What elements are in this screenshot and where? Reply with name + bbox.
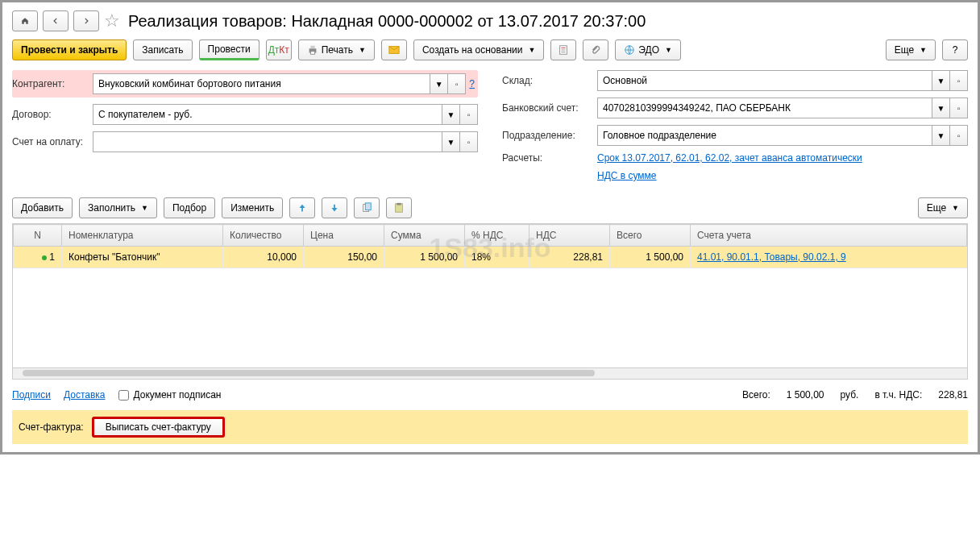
paperclip-icon [590,44,601,56]
items-table: 1S83.info N Номенклатура Количество Цена… [12,223,968,368]
contract-input[interactable] [93,104,442,125]
table-row[interactable]: 1 Конфеты "Батончик" 10,000 150,00 1 500… [14,247,967,268]
bank-input[interactable] [597,98,932,118]
chevron-down-icon: ▼ [528,46,535,54]
cell-vat[interactable]: 228,81 [529,247,610,268]
move-down-button[interactable] [322,197,347,218]
open-button[interactable]: ▫ [950,125,968,146]
more-button[interactable]: Еще ▼ [886,39,936,60]
invoice-label: Счет на оплату: [12,136,93,147]
total-label: Всего: [742,389,770,401]
invoice-factura-label: Счет-фактура: [19,421,84,433]
invoice-input[interactable] [93,131,442,152]
open-button[interactable]: ▫ [950,70,968,91]
col-nomenclature[interactable]: Номенклатура [62,225,223,247]
col-total[interactable]: Всего [610,225,691,247]
warehouse-label: Склад: [502,75,597,86]
counterparty-label: Контрагент: [12,78,93,89]
department-label: Подразделение: [502,130,597,141]
arrow-down-icon [329,202,340,214]
scrollbar-thumb[interactable] [23,370,595,376]
add-button[interactable]: Добавить [12,197,73,218]
table-more-button[interactable]: Еще ▼ [918,197,968,218]
col-price[interactable]: Цена [304,225,384,247]
col-vat-percent[interactable]: % НДС [465,225,529,247]
post-button[interactable]: Провести [199,39,260,60]
cell-sum[interactable]: 1 500,00 [384,247,465,268]
cell-n[interactable]: 1 [14,247,62,268]
paste-button[interactable] [386,197,412,218]
doc-signed-checkbox[interactable] [118,390,129,401]
home-icon [21,15,29,27]
cell-vat-percent[interactable]: 18% [465,247,529,268]
dtct-button[interactable]: ДтКт [266,39,292,60]
vat-value: 228,81 [938,389,968,401]
open-button[interactable]: ▫ [950,98,968,118]
selection-button[interactable]: Подбор [164,197,215,218]
open-button[interactable]: ▫ [448,73,466,94]
envelope-icon [388,44,400,56]
col-quantity[interactable]: Количество [223,225,304,247]
dropdown-button[interactable]: ▼ [430,73,448,94]
svg-rect-2 [310,52,314,55]
open-button[interactable]: ▫ [460,104,478,125]
dropdown-button[interactable]: ▼ [442,104,460,125]
cell-nomenclature[interactable]: Конфеты "Батончик" [62,247,223,268]
post-and-close-button[interactable]: Провести и закрыть [12,39,127,60]
cell-quantity[interactable]: 10,000 [223,247,304,268]
dropdown-button[interactable]: ▼ [932,98,950,118]
open-button[interactable]: ▫ [460,131,478,152]
col-n[interactable]: N [14,225,62,247]
total-value: 1 500,00 [787,389,824,401]
dropdown-button[interactable]: ▼ [932,125,950,146]
page-title: Реализация товаров: Накладная 0000-00000… [128,12,646,31]
dropdown-button[interactable]: ▼ [932,70,950,91]
favorite-icon[interactable]: ☆ [104,10,120,31]
chevron-down-icon: ▼ [952,204,959,212]
doc-signed-label: Документ подписан [134,389,222,401]
chevron-down-icon: ▼ [141,204,148,212]
attach-button[interactable] [583,39,608,60]
horizontal-scrollbar[interactable] [12,368,968,380]
help-link[interactable]: ? [469,78,475,89]
cell-total[interactable]: 1 500,00 [610,247,691,268]
print-button[interactable]: Печать ▼ [298,39,375,60]
currency: руб. [840,389,858,401]
chevron-down-icon: ▼ [359,46,366,54]
department-input[interactable] [597,125,932,146]
move-up-button[interactable] [289,197,315,218]
home-button[interactable] [12,10,38,31]
signatures-link[interactable]: Подписи [12,389,51,401]
back-button[interactable] [43,10,69,31]
col-accounts[interactable]: Счета учета [691,225,967,247]
edit-button[interactable]: Изменить [222,197,283,218]
calculations-label: Расчеты: [502,152,597,164]
col-sum[interactable]: Сумма [384,225,465,247]
cell-accounts[interactable]: 41.01, 90.01.1, Товары, 90.02.1, 9 [691,247,967,268]
vat-link[interactable]: НДС в сумме [597,170,657,181]
svg-rect-12 [397,203,401,205]
counterparty-input[interactable] [93,73,430,94]
forward-button[interactable] [73,10,99,31]
fill-button[interactable]: Заполнить ▼ [79,197,157,218]
paste-icon [393,202,405,214]
col-vat[interactable]: НДС [529,225,610,247]
warehouse-input[interactable] [597,70,932,91]
copy-button[interactable] [354,197,380,218]
document-button[interactable] [550,39,576,60]
edo-button[interactable]: ЭДО ▼ [615,39,681,60]
create-based-button[interactable]: Создать на основании ▼ [413,39,544,60]
document-icon [558,44,569,56]
copy-icon [361,202,372,214]
arrow-up-icon [297,202,308,214]
email-button[interactable] [381,39,407,60]
globe-icon [624,44,635,56]
delivery-link[interactable]: Доставка [64,389,106,401]
save-button[interactable]: Записать [133,39,192,60]
dropdown-button[interactable]: ▼ [442,131,460,152]
calculations-link[interactable]: Срок 13.07.2017, 62.01, 62.02, зачет ава… [597,152,862,164]
svg-rect-10 [366,203,372,210]
cell-price[interactable]: 150,00 [304,247,384,268]
create-invoice-button[interactable]: Выписать счет-фактуру [92,417,225,438]
help-button[interactable]: ? [942,39,968,60]
